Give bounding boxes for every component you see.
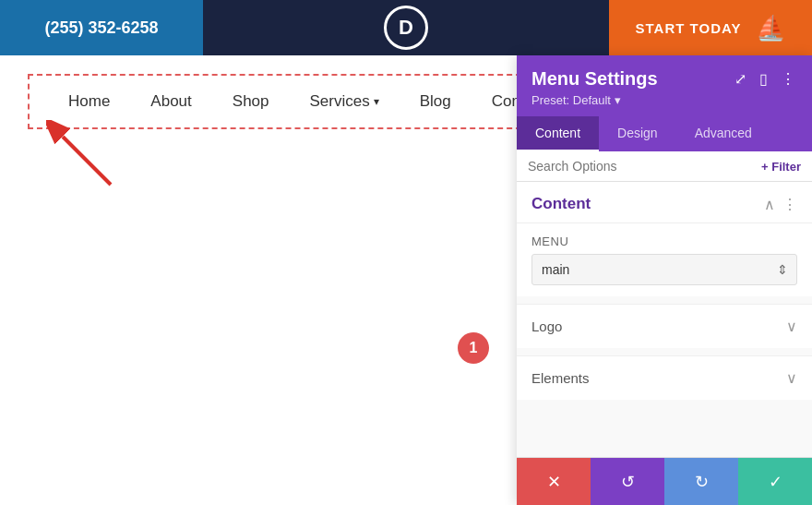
tab-design[interactable]: Design bbox=[599, 116, 676, 151]
svg-line-1 bbox=[63, 137, 111, 185]
cta-area: START TODAY ⛵ bbox=[609, 0, 812, 55]
step-badge: 1 bbox=[458, 332, 489, 364]
nav-item-blog[interactable]: Blog bbox=[400, 83, 472, 120]
save-button[interactable]: ✓ bbox=[738, 458, 812, 505]
content-section-header: Content ∧ ⋮ bbox=[517, 182, 812, 223]
search-input[interactable] bbox=[528, 159, 754, 174]
panel-title: Menu Settings bbox=[531, 68, 658, 90]
panel-tabs: Content Design Advanced bbox=[517, 116, 812, 151]
elements-section-title: Elements bbox=[531, 370, 590, 386]
tab-advanced[interactable]: Advanced bbox=[676, 116, 770, 151]
arrow-annotation bbox=[46, 120, 120, 198]
fullscreen-button[interactable]: ⤢ bbox=[733, 68, 748, 90]
search-bar: + Filter bbox=[517, 151, 812, 182]
panel-header-top: Menu Settings ⤢ ▯ ⋮ bbox=[531, 68, 797, 90]
content-section-title: Content bbox=[531, 195, 591, 213]
logo-section: Logo ∨ bbox=[517, 304, 812, 348]
logo-section-title: Logo bbox=[531, 319, 562, 334]
menu-field-row: Menu main secondary footer ⇕ bbox=[517, 223, 812, 296]
start-today-button[interactable]: START TODAY bbox=[636, 20, 742, 36]
menu-select-wrapper: main secondary footer ⇕ bbox=[531, 254, 797, 285]
panel-body: + Filter Content ∧ ⋮ Menu main secondary bbox=[517, 151, 812, 457]
nav-item-shop[interactable]: Shop bbox=[212, 83, 290, 120]
logo-section-header[interactable]: Logo ∨ bbox=[517, 305, 812, 348]
elements-section: Elements ∨ bbox=[517, 355, 812, 400]
undo-button[interactable]: ↺ bbox=[591, 458, 664, 505]
menu-select[interactable]: main secondary footer bbox=[531, 254, 797, 285]
content-section-icons: ∧ ⋮ bbox=[764, 196, 797, 213]
arrow-icon bbox=[46, 120, 120, 194]
collapse-icon[interactable]: ∧ bbox=[764, 196, 775, 213]
logo-area: D bbox=[203, 0, 609, 55]
panel-header-icons: ⤢ ▯ ⋮ bbox=[733, 68, 797, 90]
services-dropdown-icon: ▾ bbox=[374, 95, 379, 108]
section-more-icon[interactable]: ⋮ bbox=[782, 196, 797, 213]
logo: D bbox=[384, 6, 428, 50]
nav-menu: Home About Shop Services ▾ Blog Contact bbox=[48, 83, 566, 120]
filter-button[interactable]: + Filter bbox=[761, 160, 801, 174]
boat-icon: ⛵ bbox=[756, 14, 785, 42]
elements-chevron-icon: ∨ bbox=[786, 369, 797, 387]
menu-field-label: Menu bbox=[531, 234, 797, 248]
settings-panel: Menu Settings ⤢ ▯ ⋮ Preset: Default ▾ Co… bbox=[517, 55, 812, 505]
panel-preset[interactable]: Preset: Default ▾ bbox=[531, 93, 797, 107]
phone-number: (255) 352-6258 bbox=[0, 0, 203, 55]
nav-item-services[interactable]: Services ▾ bbox=[290, 83, 400, 120]
top-bar: (255) 352-6258 D START TODAY ⛵ bbox=[0, 0, 812, 55]
more-options-button[interactable]: ⋮ bbox=[779, 68, 797, 90]
cancel-button[interactable]: ✕ bbox=[517, 458, 591, 505]
redo-button[interactable]: ↻ bbox=[664, 458, 738, 505]
panel-header: Menu Settings ⤢ ▯ ⋮ Preset: Default ▾ bbox=[517, 55, 812, 116]
nav-item-about[interactable]: About bbox=[130, 83, 211, 120]
elements-section-header[interactable]: Elements ∨ bbox=[517, 356, 812, 400]
logo-chevron-icon: ∨ bbox=[786, 318, 797, 335]
tab-content[interactable]: Content bbox=[517, 116, 599, 151]
action-bar: ✕ ↺ ↻ ✓ bbox=[517, 457, 812, 505]
nav-item-home[interactable]: Home bbox=[48, 83, 130, 120]
split-button[interactable]: ▯ bbox=[758, 68, 770, 90]
main-area: Home About Shop Services ▾ Blog Contact bbox=[0, 55, 812, 505]
